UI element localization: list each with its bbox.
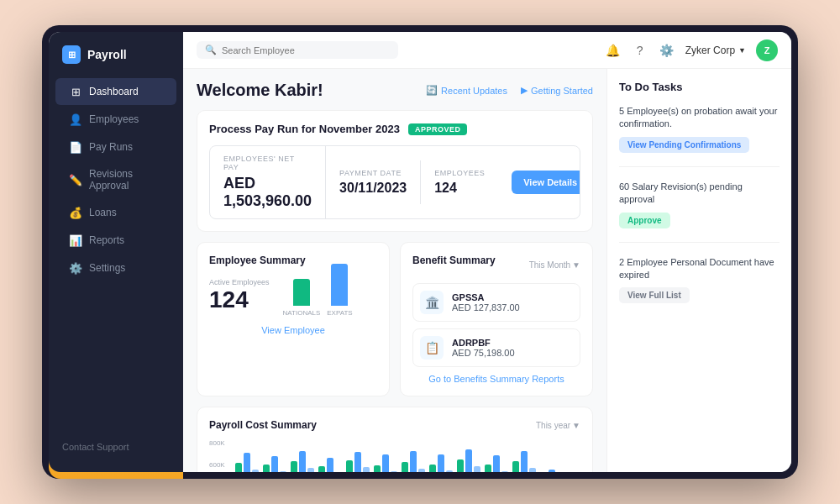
help-icon[interactable]: ? bbox=[632, 42, 648, 59]
header-actions: 🔔 ? ⚙️ Zyker Corp ▼ Z bbox=[605, 39, 778, 61]
cost-bar-group bbox=[346, 452, 370, 472]
search-input[interactable] bbox=[222, 45, 390, 55]
avatar[interactable]: Z bbox=[756, 39, 778, 61]
cost-bar-group bbox=[374, 454, 397, 472]
approved-badge: APPROVED bbox=[408, 123, 468, 135]
content-area: Welcome Kabir! 🔄 Recent Updates ▶ Gettin… bbox=[183, 69, 791, 472]
sidebar-item-revisions[interactable]: ✏️ Revisions Approval bbox=[55, 161, 176, 198]
sidebar-item-label: Pay Runs bbox=[89, 141, 133, 153]
gpssa-name: GPSSA bbox=[452, 292, 520, 302]
screen: ⊞ Payroll ⊞ Dashboard 👤 Employees 📄 Pay … bbox=[49, 32, 791, 472]
view-details-button[interactable]: View Details bbox=[512, 171, 580, 194]
net-pay-value: AED 1,503,960.00 bbox=[223, 175, 312, 210]
sidebar-item-reports[interactable]: 📊 Reports bbox=[55, 227, 176, 254]
expats-bar-group: EXPATS bbox=[327, 264, 352, 317]
notification-icon[interactable]: 🔔 bbox=[605, 42, 622, 59]
sidebar-nav: ⊞ Dashboard 👤 Employees 📄 Pay Runs ✏️ Re… bbox=[49, 77, 183, 435]
employees-count-label: EMPLOYEES bbox=[434, 169, 485, 177]
this-month-selector[interactable]: This Month ▼ bbox=[529, 260, 580, 270]
getting-started-icon: ▶ bbox=[521, 85, 528, 96]
payroll-cost-section: Payroll Cost Summary This year ▼ 800K 60… bbox=[197, 407, 593, 472]
employee-summary-card: Employee Summary Active Employees 124 bbox=[197, 242, 390, 396]
sidebar-item-employees[interactable]: 👤 Employees bbox=[55, 106, 176, 133]
search-icon: 🔍 bbox=[205, 45, 217, 55]
getting-started-link[interactable]: ▶ Getting Started bbox=[521, 85, 593, 96]
main-content: 🔍 🔔 ? ⚙️ Zyker Corp ▼ Z bbox=[183, 32, 791, 472]
pay-run-title: Process Pay Run for November 2023 bbox=[209, 123, 400, 135]
reports-icon: 📊 bbox=[69, 234, 82, 247]
active-label: Active Employees bbox=[209, 278, 270, 286]
sidebar-item-payruns[interactable]: 📄 Pay Runs bbox=[55, 134, 176, 160]
sidebar-item-settings[interactable]: ⚙️ Settings bbox=[55, 255, 176, 281]
view-full-list-button[interactable]: View Full List bbox=[619, 287, 690, 303]
employees-bar-chart: NATIONALS EXPATS bbox=[283, 275, 353, 317]
go-to-benefits-link[interactable]: Go to Benefits Summary Reports bbox=[412, 374, 580, 384]
approve-button[interactable]: Approve bbox=[619, 213, 670, 228]
view-pending-confirmations-button[interactable]: View Pending Confirmations bbox=[619, 137, 749, 153]
benefit-info-gpssa: GPSSA AED 127,837.00 bbox=[452, 292, 520, 312]
active-count: 124 bbox=[209, 286, 270, 313]
expats-label: EXPATS bbox=[327, 309, 352, 317]
cost-bar-group bbox=[318, 458, 342, 472]
cost-bar-group bbox=[485, 455, 508, 472]
pay-run-details: EMPLOYEES' NET PAY AED 1,503,960.00 PAYM… bbox=[209, 145, 580, 219]
todo-title: To Do Tasks bbox=[619, 81, 780, 93]
recent-updates-link[interactable]: 🔄 Recent Updates bbox=[426, 85, 507, 96]
app-name: Payroll bbox=[87, 48, 127, 61]
logo-icon: ⊞ bbox=[62, 45, 81, 64]
pay-run-inner: EMPLOYEES' NET PAY AED 1,503,960.00 PAYM… bbox=[210, 146, 580, 218]
cost-bar-group bbox=[457, 449, 480, 472]
cost-bar-group bbox=[291, 451, 314, 472]
page-title: Welcome Kabir! bbox=[197, 81, 323, 100]
todo-item-probation: 5 Employee(s) on probation await your co… bbox=[619, 105, 780, 167]
active-employees: Active Employees 124 bbox=[209, 278, 270, 313]
net-pay-item: EMPLOYEES' NET PAY AED 1,503,960.00 bbox=[210, 146, 326, 218]
this-year-selector[interactable]: This year ▼ bbox=[536, 421, 580, 430]
company-name-text: Zyker Corp bbox=[685, 45, 735, 56]
y-label-600k: 600K bbox=[209, 461, 225, 469]
todo-salary-text: 60 Salary Revision(s) pending approval bbox=[619, 181, 780, 207]
view-employee-link[interactable]: View Employee bbox=[209, 325, 377, 335]
payroll-cost-chart bbox=[235, 439, 564, 472]
company-selector[interactable]: Zyker Corp ▼ bbox=[685, 45, 746, 56]
sidebar-item-dashboard[interactable]: ⊞ Dashboard bbox=[55, 78, 176, 105]
chevron-down-icon: ▼ bbox=[572, 260, 580, 270]
recent-updates-icon: 🔄 bbox=[426, 85, 438, 96]
employees-count-value: 124 bbox=[434, 181, 485, 196]
recent-updates-text: Recent Updates bbox=[441, 86, 507, 96]
settings-icon: ⚙️ bbox=[69, 261, 82, 275]
chevron-down-icon: ▼ bbox=[572, 421, 580, 430]
contact-support-link[interactable]: Contact Support bbox=[49, 435, 183, 459]
dashboard-icon: ⊞ bbox=[69, 85, 82, 98]
settings-icon[interactable]: ⚙️ bbox=[659, 42, 675, 59]
gpssa-icon: 🏛️ bbox=[420, 291, 444, 314]
cost-bar-group bbox=[235, 453, 259, 472]
nationals-bar bbox=[293, 279, 310, 306]
adrpbf-amount: AED 75,198.00 bbox=[452, 348, 515, 358]
employees-icon: 👤 bbox=[69, 113, 82, 126]
sidebar-item-loans[interactable]: 💰 Loans bbox=[55, 199, 176, 226]
y-axis: 800K 600K 400K bbox=[209, 439, 228, 472]
benefit-item-gpssa: 🏛️ GPSSA AED 127,837.00 bbox=[412, 283, 580, 322]
employee-summary-content: Active Employees 124 NATIONALS bbox=[209, 275, 377, 317]
cost-bar-group bbox=[512, 451, 536, 472]
sidebar-item-label: Settings bbox=[89, 262, 125, 274]
payment-date-item: PAYMENT DATE 30/11/2023 bbox=[326, 160, 421, 204]
todo-item-salary: 60 Salary Revision(s) pending approval A… bbox=[619, 181, 780, 243]
benefit-item-adrpbf: 📋 ADRPBF AED 75,198.00 bbox=[412, 328, 580, 367]
search-bar[interactable]: 🔍 bbox=[197, 41, 398, 59]
payroll-cost-header: Payroll Cost Summary This year ▼ bbox=[209, 419, 580, 431]
app-logo: ⊞ Payroll bbox=[49, 45, 183, 77]
page-header: Welcome Kabir! 🔄 Recent Updates ▶ Gettin… bbox=[197, 81, 593, 100]
this-month-text: This Month bbox=[529, 260, 570, 270]
cost-bar-group bbox=[540, 470, 564, 472]
pay-run-header: Process Pay Run for November 2023 APPROV… bbox=[209, 123, 580, 135]
sidebar-item-label: Employees bbox=[89, 113, 139, 125]
payruns-icon: 📄 bbox=[69, 140, 82, 154]
cost-bar-group bbox=[429, 454, 453, 472]
summary-row: Employee Summary Active Employees 124 bbox=[197, 242, 593, 396]
payroll-cost-title: Payroll Cost Summary bbox=[209, 419, 317, 431]
sidebar-item-label: Reports bbox=[89, 234, 124, 246]
device-frame: ⊞ Payroll ⊞ Dashboard 👤 Employees 📄 Pay … bbox=[42, 25, 798, 479]
nationals-bar-group: NATIONALS bbox=[283, 279, 321, 317]
